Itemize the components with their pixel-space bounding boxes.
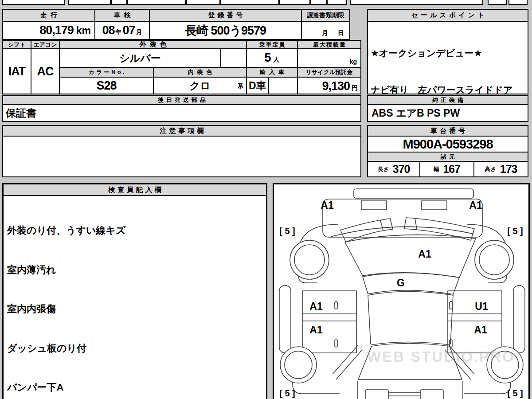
max-load-header: 最大積載量 — [298, 41, 360, 48]
shift-header: シフト — [3, 41, 31, 48]
transfer-day-label: 日 — [338, 29, 344, 37]
exterior-color-extra-cell — [221, 49, 246, 67]
sales-points-body: ★オークションデビュー★ ナビ有り 左パワースライドドア バックモニター有り Ｅ… — [368, 22, 528, 94]
chassis-header: 車台番号 — [368, 126, 528, 136]
damage-mark-bonnet: A1 — [418, 249, 431, 259]
recycle-header: リサイクル預託金 — [298, 68, 360, 77]
sales-points-panel: セールスポイント ★オークションデビュー★ ナビ有り 左パワースライドドア バッ… — [367, 9, 528, 94]
import-header: 輸入車 — [247, 68, 297, 77]
notes-header: 注意事項欄 — [3, 126, 360, 136]
tire-tread-front-right: [ 5 ] — [507, 227, 523, 235]
interior-color-value: クロ — [189, 79, 210, 93]
import-value: D車 — [247, 78, 268, 94]
inspector-notes-panel: 検査員記入欄 外装のり付、うすい線キズ 室内薄汚れ 室内内張傷 ダッシュ板のり付… — [2, 183, 267, 399]
inspection-month-unit: 月 — [136, 28, 142, 36]
inspection-year-unit: 年 — [116, 28, 122, 36]
car-damage-diagram: WEB STUDIO.PRO A1 A1 A1 G A1 U1 A1 A1 [ … — [273, 183, 530, 399]
damage-mark-front-door-left: A1 — [309, 301, 322, 312]
transfer-month-label: 月 — [322, 29, 328, 37]
top-edge-cell — [279, 0, 310, 5]
inspection-value-cell: 08 年 07 月 — [95, 22, 149, 39]
damage-mark-rear-door-left: A1 — [309, 325, 322, 335]
damage-mark-front-bumper-right: A1 — [469, 200, 482, 211]
mileage-header: 走行 — [3, 10, 94, 21]
exterior-color-value: シルバー — [60, 49, 220, 67]
aircon-header: エアコン — [31, 41, 59, 48]
top-edge-cell — [220, 0, 279, 5]
auction-sheet: 走行 車検 登録番号 譲渡書類期限 80,179 km 08 年 07 月 長崎… — [0, 0, 532, 399]
capacity-unit: 人 — [274, 56, 280, 64]
vehicle-spec-table: シフト エアコン 外装色 乗車定員 最大積載量 IAT AC シルバー 5 人 … — [2, 40, 361, 94]
inspector-note-line: ダッシュ板のり付 — [7, 342, 262, 355]
inspector-note-line: バンパー下A — [7, 381, 262, 394]
inspector-note-line: 室内内張傷 — [7, 302, 262, 316]
later-parts-table: 後日発送部品 保証書 — [2, 95, 361, 122]
capacity-header: 乗車定員 — [247, 41, 297, 48]
transfer-deadline-cell: 月 日 — [302, 22, 349, 39]
height-cell: 高さ 173 — [474, 162, 528, 176]
import-extra-cell — [269, 78, 297, 94]
chassis-panel: 車台番号 M900A-0593298 諸元 長さ 370 幅 167 高さ 17… — [367, 125, 528, 177]
chassis-value: M900A-0593298 — [368, 137, 528, 152]
capacity-value-cell: 5 人 — [247, 49, 297, 67]
width-label: 幅 — [434, 165, 439, 173]
height-label: 高さ — [485, 165, 496, 173]
top-edge-cell — [350, 0, 483, 5]
top-edge-cell — [2, 0, 65, 5]
width-value: 167 — [443, 163, 460, 176]
max-load-value-cell: kg — [298, 49, 360, 67]
transfer-deadline-header: 譲渡書類期限 — [302, 10, 349, 21]
notes-panel: 注意事項欄 — [2, 125, 361, 177]
width-cell: 幅 167 — [420, 162, 473, 176]
car-top-view-outline — [274, 184, 528, 399]
inspector-notes-body: 外装のり付、うすい線キズ 室内薄汚れ 室内内張傷 ダッシュ板のり付 バンパー下A… — [4, 196, 266, 399]
recycle-unit: 円 — [352, 84, 358, 92]
interior-color-suffix: 系 — [238, 82, 243, 90]
capacity-value: 5 — [264, 51, 270, 65]
max-load-unit: kg — [350, 58, 357, 65]
top-edge-cell — [509, 0, 528, 5]
dimensions-header: 諸元 — [368, 153, 528, 161]
mileage-unit: km — [76, 25, 91, 37]
inspection-header: 車検 — [95, 10, 149, 21]
top-edge-cell — [127, 0, 186, 5]
inspector-notes-header: 検査員記入欄 — [4, 184, 266, 196]
tire-tread-rear-left: [ 5 ] — [279, 389, 295, 398]
inspection-month: 07 — [123, 23, 135, 37]
interior-color-value-cell: クロ 系 — [154, 78, 246, 94]
length-cell: 長さ 370 — [368, 162, 419, 176]
genuine-equipment-value: ABS エアB PS PW — [368, 105, 528, 121]
sales-point-line: ★オークションデビュー★ — [371, 47, 525, 59]
recycle-value-cell: 9,130 円 — [298, 78, 360, 94]
registration-header: 登録番号 — [150, 10, 301, 21]
top-edge-cell — [327, 0, 347, 5]
dimensions-row: 長さ 370 幅 167 高さ 173 — [368, 162, 528, 176]
length-value: 370 — [393, 163, 410, 176]
color-no-header: カラーNo. — [60, 68, 153, 77]
sales-points-header: セールスポイント — [368, 10, 528, 21]
tire-tread-front-left: [ 5 ] — [279, 227, 295, 235]
top-edge-cell — [186, 0, 220, 5]
mileage-value-cell: 80,179 km — [3, 22, 94, 39]
sales-point-line: ナビ有り 左パワースライドドア — [371, 84, 525, 94]
damage-mark-front-door-right: U1 — [475, 301, 488, 312]
damage-mark-windshield-glass: G — [397, 278, 405, 288]
interior-color-header: 内装色 — [154, 68, 246, 77]
top-edge-cell — [68, 0, 111, 5]
later-parts-value: 保証書 — [3, 105, 360, 121]
inspector-note-line: 室内薄汚れ — [7, 263, 262, 277]
height-value: 173 — [500, 163, 517, 176]
recycle-value: 9,130 — [322, 79, 350, 93]
shift-value: IAT — [3, 49, 31, 94]
mileage-value: 80,179 — [39, 23, 74, 37]
later-parts-header: 後日発送部品 — [3, 96, 360, 104]
genuine-equipment-header: 純正装備 — [368, 96, 528, 104]
top-edge-cell — [310, 0, 327, 5]
aircon-value: AC — [31, 49, 59, 94]
watermark: WEB STUDIO.PRO — [367, 348, 515, 365]
registration-value: 長崎 500う9579 — [150, 22, 301, 39]
damage-mark-rear-door-right: A1 — [474, 325, 487, 335]
tire-tread-rear-right: [ 5 ] — [507, 389, 523, 398]
exterior-color-header: 外装色 — [60, 41, 246, 48]
length-label: 長さ — [377, 165, 389, 173]
